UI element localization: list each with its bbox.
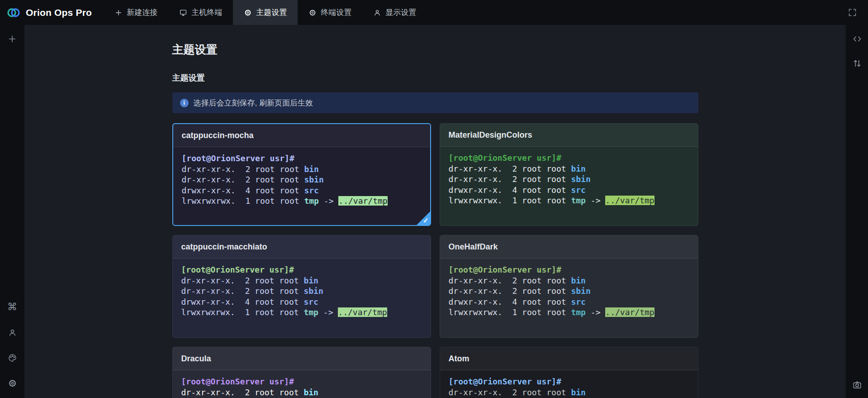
theme-card-header: Dracula bbox=[173, 347, 431, 370]
theme-card[interactable]: MaterialDesignColors [root@OrionServer u… bbox=[440, 123, 698, 226]
nav-label: 终端设置 bbox=[321, 7, 351, 18]
gear-icon bbox=[8, 379, 17, 388]
theme-card[interactable]: Dracula [root@OrionServer usr]#dr-xr-xr-… bbox=[172, 347, 431, 398]
user-icon bbox=[8, 328, 17, 337]
nav-host-terminal[interactable]: 主机终端 bbox=[168, 0, 233, 25]
theme-name: MaterialDesignColors bbox=[449, 130, 532, 140]
shortcut-button[interactable]: ⌘ bbox=[6, 301, 18, 313]
terminal-preview: [root@OrionServer usr]#dr-xr-xr-x. 2 roo… bbox=[173, 259, 431, 318]
gear-icon bbox=[308, 9, 317, 17]
theme-button[interactable] bbox=[6, 352, 18, 364]
theme-name: catppuccin-mocha bbox=[182, 131, 254, 140]
settings-button[interactable] bbox=[6, 377, 18, 389]
nav-new-connection[interactable]: 新建连接 bbox=[104, 0, 168, 25]
terminal-line: lrwxrwxrwx. 1 root root tmp -> ../var/tm… bbox=[449, 195, 689, 206]
theme-name: Atom bbox=[449, 354, 470, 364]
alert-text: 选择后会立刻保存, 刷新页面后生效 bbox=[194, 98, 313, 108]
terminal-line: dr-xr-xr-x. 2 root root bin bbox=[449, 275, 689, 286]
theme-name: Dracula bbox=[181, 354, 211, 364]
theme-card-header: catppuccin-mocha bbox=[173, 124, 430, 147]
terminal-preview: [root@OrionServer usr]#dr-xr-xr-x. 2 roo… bbox=[173, 147, 430, 206]
terminal-line: dr-xr-xr-x. 2 root root sbin bbox=[182, 174, 422, 185]
theme-grid: catppuccin-mocha [root@OrionServer usr]#… bbox=[172, 123, 698, 398]
symlink-name: tmp bbox=[304, 196, 319, 206]
terminal-icon bbox=[179, 9, 187, 17]
terminal-prompt: [root@OrionServer usr]# bbox=[181, 264, 422, 275]
dir-name: bin bbox=[304, 388, 318, 397]
dir-name: bin bbox=[571, 388, 586, 397]
symlink-target: ../var/tmp bbox=[338, 307, 387, 317]
main-nav: 新建连接 主机终端 主题设置 终端设置 显示设置 bbox=[104, 0, 427, 25]
main-content: 主题设置 主题设置 i 选择后会立刻保存, 刷新页面后生效 catppuccin… bbox=[24, 25, 846, 398]
sort-button[interactable] bbox=[851, 58, 863, 69]
theme-gear-icon bbox=[244, 9, 252, 17]
nav-label: 主题设置 bbox=[256, 7, 287, 18]
terminal-line: drwxr-xr-x. 4 root root src bbox=[449, 297, 689, 307]
plus-icon bbox=[114, 9, 123, 17]
app-brand: Orion Ops Pro bbox=[0, 0, 104, 25]
dir-name: bin bbox=[304, 276, 318, 285]
nav-label: 新建连接 bbox=[127, 7, 157, 18]
fullscreen-button[interactable] bbox=[846, 7, 858, 19]
terminal-prompt: [root@OrionServer usr]# bbox=[181, 376, 422, 387]
dir-name: src bbox=[571, 297, 586, 307]
user-icon bbox=[373, 9, 381, 17]
terminal-prompt: [root@OrionServer usr]# bbox=[449, 153, 689, 163]
terminal-line: dr-xr-xr-x. 2 root root bin bbox=[449, 163, 689, 174]
theme-card[interactable]: catppuccin-mocha [root@OrionServer usr]#… bbox=[172, 123, 431, 226]
terminal-prompt: [root@OrionServer usr]# bbox=[449, 376, 689, 387]
terminal-line: dr-xr-xr-x. 2 root root sbin bbox=[449, 286, 689, 297]
theme-name: catppuccin-macchiato bbox=[181, 242, 267, 252]
section-title: 主题设置 bbox=[172, 72, 698, 83]
nav-display-settings[interactable]: 显示设置 bbox=[362, 0, 427, 25]
info-icon: i bbox=[180, 99, 189, 107]
terminal-line: dr-xr-xr-x. 2 root root bin bbox=[182, 164, 422, 175]
terminal-preview: [root@OrionServer usr]#dr-xr-xr-x. 2 roo… bbox=[440, 370, 698, 398]
terminal-line: dr-xr-xr-x. 2 root root bin bbox=[181, 275, 422, 286]
theme-card-header: Atom bbox=[440, 347, 698, 370]
theme-card-header: MaterialDesignColors bbox=[440, 124, 698, 147]
theme-card[interactable]: Atom [root@OrionServer usr]#dr-xr-xr-x. … bbox=[440, 347, 698, 398]
terminal-line: dr-xr-xr-x. 2 root root bin bbox=[449, 387, 689, 398]
nav-label: 显示设置 bbox=[385, 7, 416, 18]
theme-card[interactable]: catppuccin-macchiato [root@OrionServer u… bbox=[172, 235, 431, 338]
command-icon: ⌘ bbox=[7, 302, 17, 312]
symlink-name: tmp bbox=[571, 307, 586, 317]
profile-button[interactable] bbox=[6, 326, 18, 338]
dir-name: sbin bbox=[571, 174, 590, 184]
dir-name: bin bbox=[304, 164, 319, 174]
symlink-target: ../var/tmp bbox=[338, 196, 387, 206]
camera-icon bbox=[852, 380, 862, 390]
terminal-prompt: [root@OrionServer usr]# bbox=[182, 153, 422, 164]
screenshot-button[interactable] bbox=[851, 379, 863, 391]
symlink-target: ../var/tmp bbox=[605, 307, 654, 317]
add-button[interactable] bbox=[6, 33, 18, 45]
dir-name: src bbox=[571, 185, 586, 195]
theme-card[interactable]: OneHalfDark [root@OrionServer usr]#dr-xr… bbox=[440, 235, 698, 338]
fullscreen-icon bbox=[848, 8, 857, 17]
terminal-line: dr-xr-xr-x. 2 root root bin bbox=[181, 387, 422, 398]
theme-name: OneHalfDark bbox=[449, 242, 498, 252]
dir-name: bin bbox=[571, 164, 586, 173]
dir-name: sbin bbox=[571, 286, 590, 296]
nav-label: 主机终端 bbox=[191, 7, 222, 18]
terminal-preview: [root@OrionServer usr]#dr-xr-xr-x. 2 roo… bbox=[440, 147, 698, 206]
page-title: 主题设置 bbox=[172, 42, 698, 57]
terminal-line: drwxr-xr-x. 4 root root src bbox=[182, 185, 422, 196]
dir-name: sbin bbox=[304, 286, 323, 296]
terminal-line: dr-xr-xr-x. 2 root root sbin bbox=[181, 286, 422, 297]
terminal-preview: [root@OrionServer usr]#dr-xr-xr-x. 2 roo… bbox=[173, 370, 431, 398]
right-sidebar bbox=[846, 25, 868, 398]
nav-theme-settings[interactable]: 主题设置 bbox=[233, 0, 298, 25]
symlink-name: tmp bbox=[304, 307, 318, 317]
left-sidebar: ⌘ bbox=[0, 25, 24, 398]
theme-card-header: OneHalfDark bbox=[440, 235, 698, 259]
nav-terminal-settings[interactable]: 终端设置 bbox=[298, 0, 362, 25]
code-view-button[interactable] bbox=[851, 33, 863, 45]
terminal-preview: [root@OrionServer usr]#dr-xr-xr-x. 2 roo… bbox=[440, 259, 698, 318]
dir-name: bin bbox=[571, 276, 586, 285]
terminal-line: lrwxrwxrwx. 1 root root tmp -> ../var/tm… bbox=[181, 307, 422, 318]
symlink-name: tmp bbox=[571, 196, 586, 205]
app-title: Orion Ops Pro bbox=[26, 7, 92, 18]
terminal-prompt: [root@OrionServer usr]# bbox=[449, 264, 689, 275]
